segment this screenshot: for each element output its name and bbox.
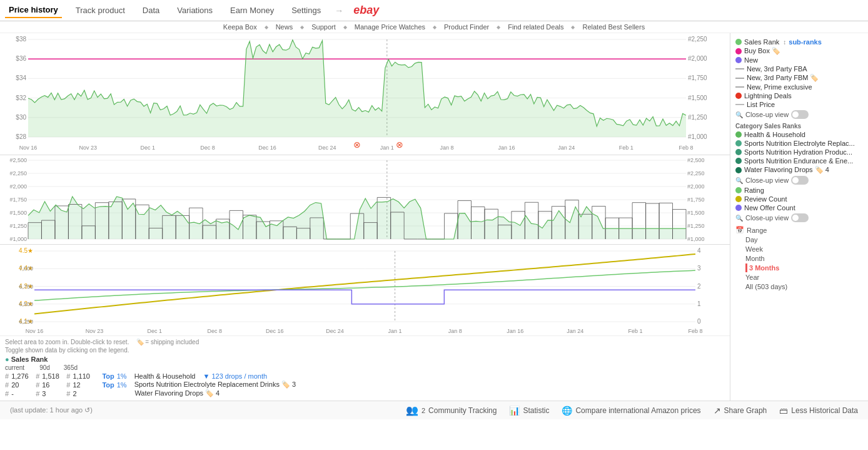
rank3-v3: 2 [73,390,94,397]
lightning-label: Lightning Deals [744,92,792,100]
range-section: 📅 Range Day Week Month 3 Months Year All… [735,226,863,291]
rank1-top: Top [102,372,114,380]
subnav-keepabox[interactable]: Keepa Box [223,23,257,31]
share-icon: ↗ [714,406,721,416]
arrow-icon: → [335,6,343,16]
less-historical-label: Less Historical Data [791,406,858,415]
closeup-view-3-label: Close-up view [745,214,789,222]
legend-electrolyte[interactable]: Sports Nutrition Electrolyte Replac... [735,140,863,147]
rating-canvas [0,245,730,335]
subnav-support[interactable]: Support [311,23,336,31]
rank2-hash1: # [5,381,9,389]
rank1-drops: ▼ 123 drops / month [203,372,267,380]
less-historical-data-action[interactable]: 🗃 Less Historical Data [779,406,858,416]
legend-sales-rank[interactable]: Sales Rank ↕ sub-ranks [735,38,863,46]
sub-ranks-link[interactable]: sub-ranks [789,38,822,46]
subnav-find-related-deals[interactable]: Find related Deals [508,23,563,31]
data-icon: 🗃 [779,406,788,416]
toggle-note: Toggle shown data by clicking on the leg… [5,347,725,354]
review-count-label: Review Count [744,195,787,203]
tab-settings[interactable]: Settings [288,3,325,18]
rating-chart[interactable] [0,245,730,335]
health-label: Health & Household [744,131,805,138]
rank3-hash1: # [5,390,9,397]
sales-rank-dot [735,39,742,45]
zoom-note: Select area to zoom in. Double-click to … [5,339,725,345]
community-tracking-action[interactable]: 👥 2 Community Tracking [406,404,497,416]
range-3months[interactable]: 3 Months [745,263,863,272]
subnav-product-finder[interactable]: Product Finder [444,23,489,31]
sub-nav: Keepa Box ◆ News ◆ Support ◆ Manage Pric… [0,21,868,33]
subnav-manage-price-watches[interactable]: Manage Price Watches [355,23,425,31]
range-month[interactable]: Month [745,254,863,263]
tab-data[interactable]: Data [139,3,163,18]
closeup-view-2-row[interactable]: 🔍 Close-up view [735,176,863,185]
sales-rank-label: Sales Rank [11,355,48,363]
rank1-v1: 1,276 [11,372,33,380]
legend-hydration[interactable]: Sports Nutrition Hydration Produc... [735,148,863,156]
electrolyte-label: Sports Nutrition Electrolyte Replac... [744,140,855,147]
legend-water-flavoring[interactable]: Water Flavoring Drops 🏷️ 4 [735,166,863,174]
share-graph-action[interactable]: ↗ Share Graph [714,406,767,416]
list-price-label: List Price [747,101,775,108]
rank3-category: Water Flavoring Drops 🏷️ 4 [134,389,220,397]
legend-list-price[interactable]: List Price [735,101,863,108]
legend-review-count[interactable]: Review Count [735,195,863,203]
tab-price-history[interactable]: Price history [5,3,62,18]
legend-new-prime[interactable]: New, Prime exclusive [735,83,863,91]
tab-earn-money[interactable]: Earn Money [226,3,278,18]
legend-new-offer-count[interactable]: New Offer Count [735,204,863,212]
electrolyte-dot [735,140,742,146]
rank1-hash1: # [5,372,9,380]
subnav-news[interactable]: News [276,23,293,31]
range-all[interactable]: All (503 days) [745,282,863,291]
price-canvas [0,33,730,155]
price-chart[interactable] [0,33,730,155]
closeup-toggle-2[interactable] [791,176,809,185]
subnav-related-best-sellers[interactable]: Related Best Sellers [582,23,645,31]
tab-track-product[interactable]: Track product [72,3,129,18]
legend-health[interactable]: Health & Household [735,131,863,138]
legend-new[interactable]: New [735,56,863,64]
sales-rank-legend-dot: ● [5,355,11,363]
closeup-view-2-label: Close-up view [745,176,789,184]
top-nav: Price history Track product Data Variati… [0,0,868,21]
statistic-action[interactable]: 📊 Statistic [509,406,549,416]
stats-area: Select area to zoom in. Double-click to … [0,335,730,401]
legend-lightning[interactable]: Lightning Deals [735,92,863,100]
closeup-toggle-3[interactable] [791,213,809,222]
sales-rank-chart[interactable] [0,155,730,245]
closeup-view-1-label: Close-up view [745,111,789,118]
legend-rating[interactable]: Rating [735,187,863,194]
legend-new-3p-fbm[interactable]: New, 3rd Party FBM 🏷️ [735,74,863,82]
closeup-toggle-1[interactable] [791,110,809,119]
ebay-link[interactable]: ebay [353,4,379,17]
range-week[interactable]: Week [745,245,863,253]
share-graph-label: Share Graph [724,406,767,415]
tab-variations[interactable]: Variations [173,3,216,18]
closeup-view-1-row[interactable]: 🔍 Close-up view [735,110,863,119]
range-day[interactable]: Day [745,235,863,244]
legend-endurance[interactable]: Sports Nutrition Endurance & Ene... [735,157,863,165]
rank3-v2: 3 [42,390,64,397]
compare-prices-action[interactable]: 🌐 Compare international Amazon prices [562,406,700,416]
legend-buy-box[interactable]: Buy Box 🏷️ [735,47,863,55]
bottom-bar-actions: 👥 2 Community Tracking 📊 Statistic 🌐 Com… [406,404,858,416]
health-dot [735,131,742,138]
list-price-line [735,104,744,105]
buy-box-dot [735,48,742,54]
rank1-hash2: # [36,372,39,380]
globe-icon: 🌐 [562,406,572,416]
community-tracking-label: Community Tracking [428,406,497,415]
hydration-dot [735,149,742,155]
calendar-icon: 📅 [735,226,744,234]
range-year[interactable]: Year [745,273,863,282]
legend-new-3p-fba[interactable]: New, 3rd Party FBA [735,65,863,73]
search-icon-3: 🔍 [735,215,743,222]
buy-box-label: Buy Box 🏷️ [744,47,780,55]
closeup-view-3-row[interactable]: 🔍 Close-up view [735,213,863,222]
range-options: Day Week Month 3 Months Year All (503 da… [745,235,863,291]
rank1-category: Health & Household [134,372,196,380]
range-title: 📅 Range [735,226,863,234]
search-icon-2: 🔍 [735,177,743,184]
